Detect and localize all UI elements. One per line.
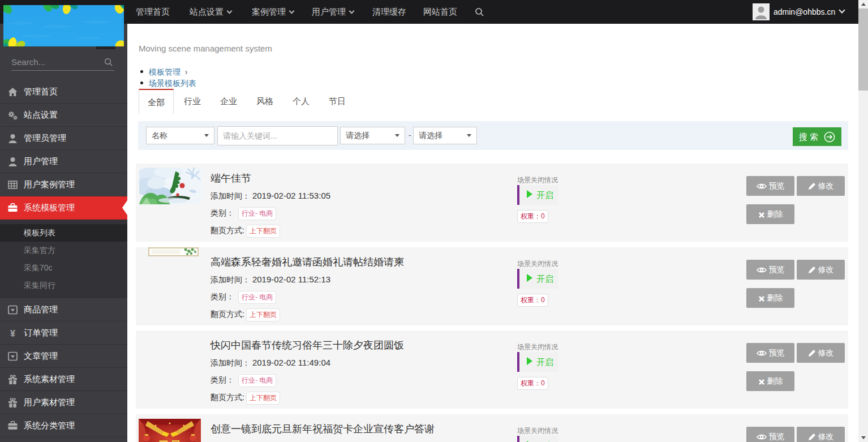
svg-text:¥: ¥ — [10, 329, 15, 338]
svg-text:元旦: 元旦 — [157, 439, 182, 442]
